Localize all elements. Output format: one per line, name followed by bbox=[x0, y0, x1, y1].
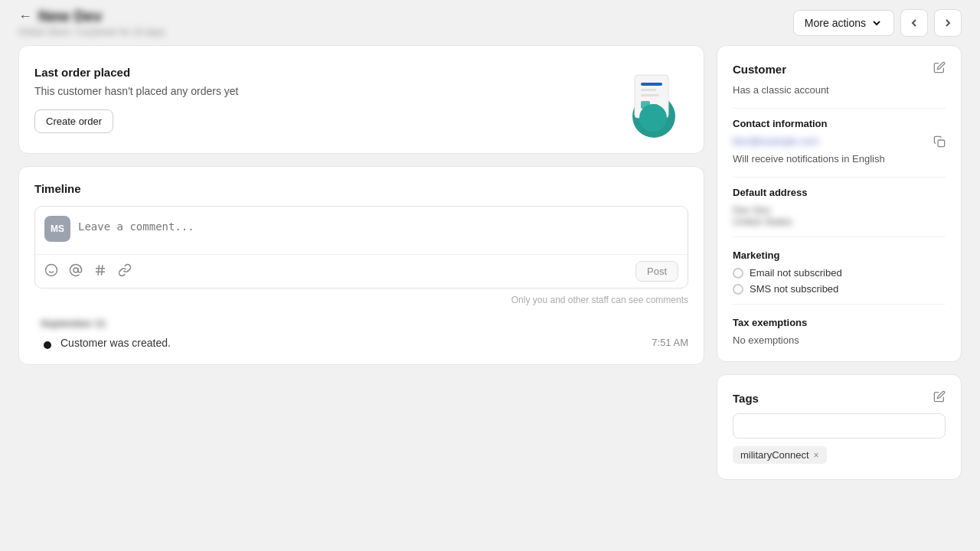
timeline-dot bbox=[44, 341, 51, 349]
no-exemptions-text: No exemptions bbox=[733, 334, 946, 346]
email-subscription-item: Email not subscribed bbox=[733, 267, 946, 279]
nav-next-button[interactable] bbox=[934, 9, 962, 37]
svg-rect-4 bbox=[641, 94, 659, 96]
svg-line-14 bbox=[98, 265, 100, 276]
sms-status-label: SMS not subscribed bbox=[750, 283, 838, 295]
divider-4 bbox=[733, 304, 946, 305]
notification-language: Will receive notifications in English bbox=[733, 153, 946, 165]
tags-edit-icon[interactable] bbox=[933, 390, 946, 406]
copy-icon[interactable] bbox=[933, 135, 946, 150]
left-column: Last order placed This customer hasn't p… bbox=[18, 45, 704, 480]
tags-section-title: Tags bbox=[733, 392, 759, 405]
svg-point-11 bbox=[74, 268, 78, 272]
timeline-card: Timeline MS bbox=[18, 166, 704, 365]
breadcrumb: Online Store / Customer for 10 days bbox=[18, 27, 165, 37]
tags-input[interactable] bbox=[733, 413, 946, 439]
svg-point-8 bbox=[46, 264, 57, 276]
right-column: Customer Has a classic account Contact i… bbox=[717, 45, 962, 480]
link-icon[interactable] bbox=[118, 263, 132, 280]
comment-toolbar: Post bbox=[35, 254, 688, 288]
tag-label: militaryConnect bbox=[740, 449, 809, 461]
svg-line-15 bbox=[102, 265, 103, 276]
comment-note: Only you and other staff can see comment… bbox=[34, 295, 688, 305]
chevron-right-icon bbox=[942, 17, 954, 29]
marketing-section: Marketing Email not subscribed SMS not s… bbox=[733, 249, 946, 295]
address-line-1: Dev Dev bbox=[733, 204, 946, 216]
tags-list: militaryConnect × bbox=[733, 446, 946, 464]
svg-point-7 bbox=[639, 104, 667, 132]
chevron-left-icon bbox=[908, 17, 920, 29]
divider-2 bbox=[733, 177, 946, 178]
address-section-title: Default address bbox=[733, 187, 946, 198]
customer-account-type: Has a classic account bbox=[733, 84, 946, 96]
create-order-button[interactable]: Create order bbox=[34, 109, 113, 133]
comment-input-row: MS bbox=[35, 207, 688, 254]
order-svg-icon bbox=[612, 61, 688, 138]
tag-remove-button[interactable]: × bbox=[814, 450, 819, 461]
last-order-card: Last order placed This customer hasn't p… bbox=[18, 45, 704, 154]
last-order-title: Last order placed bbox=[34, 66, 238, 79]
top-bar: ← New Dev Online Store / Customer for 10… bbox=[0, 0, 980, 45]
mention-icon[interactable] bbox=[69, 263, 83, 280]
nav-prev-button[interactable] bbox=[900, 9, 928, 37]
top-bar-left: ← New Dev Online Store / Customer for 10… bbox=[18, 8, 165, 37]
timeline-date: September 11 bbox=[41, 318, 688, 329]
sms-subscription-item: SMS not subscribed bbox=[733, 283, 946, 295]
svg-rect-16 bbox=[938, 140, 945, 147]
divider-1 bbox=[733, 108, 946, 109]
email-status-label: Email not subscribed bbox=[750, 267, 842, 279]
marketing-section-title: Marketing bbox=[733, 249, 946, 261]
divider-3 bbox=[733, 236, 946, 237]
customer-section-header: Customer bbox=[733, 61, 946, 77]
timeline-events: September 11 Customer was created. 7:51 … bbox=[34, 318, 688, 349]
event-time: 7:51 AM bbox=[652, 337, 688, 348]
contact-email: blur@example.com bbox=[733, 135, 818, 147]
page-title: New Dev bbox=[38, 8, 102, 25]
hashtag-icon[interactable] bbox=[93, 263, 107, 280]
toolbar-icons bbox=[44, 263, 132, 280]
tax-section-title: Tax exemptions bbox=[733, 317, 946, 328]
chevron-down-icon bbox=[871, 17, 883, 29]
timeline-event: Customer was created. 7:51 AM bbox=[41, 337, 688, 349]
back-row: ← New Dev bbox=[18, 8, 165, 25]
last-order-content: Last order placed This customer hasn't p… bbox=[34, 66, 238, 133]
avatar: MS bbox=[44, 216, 70, 242]
contact-section-title: Contact information bbox=[733, 118, 946, 129]
email-radio[interactable] bbox=[733, 268, 743, 279]
event-text: Customer was created. bbox=[60, 337, 642, 349]
order-illustration bbox=[612, 61, 688, 138]
address-line-2: United States bbox=[733, 216, 946, 227]
tags-card: Tags militaryConnect × bbox=[717, 374, 962, 480]
last-order-description: This customer hasn't placed any orders y… bbox=[34, 85, 238, 97]
customer-section-title: Customer bbox=[733, 63, 786, 76]
svg-rect-3 bbox=[641, 89, 656, 91]
tax-section: Tax exemptions No exemptions bbox=[733, 317, 946, 346]
customer-card: Customer Has a classic account Contact i… bbox=[717, 45, 962, 362]
emoji-icon[interactable] bbox=[44, 263, 58, 280]
tag-chip: militaryConnect × bbox=[733, 446, 827, 464]
timeline-title: Timeline bbox=[34, 182, 688, 195]
back-button[interactable]: ← bbox=[18, 8, 32, 24]
sms-radio[interactable] bbox=[733, 284, 743, 295]
comment-box: MS bbox=[34, 206, 688, 289]
more-actions-label: More actions bbox=[805, 17, 866, 29]
top-bar-right: More actions bbox=[793, 9, 962, 37]
tags-section-header: Tags bbox=[733, 390, 946, 406]
more-actions-button[interactable]: More actions bbox=[793, 10, 894, 36]
post-button[interactable]: Post bbox=[635, 261, 678, 282]
main-content: Last order placed This customer hasn't p… bbox=[0, 45, 980, 498]
customer-edit-icon[interactable] bbox=[933, 61, 946, 77]
contact-info-row: blur@example.com bbox=[733, 135, 946, 150]
comment-input[interactable] bbox=[78, 216, 678, 245]
svg-rect-2 bbox=[641, 83, 662, 86]
